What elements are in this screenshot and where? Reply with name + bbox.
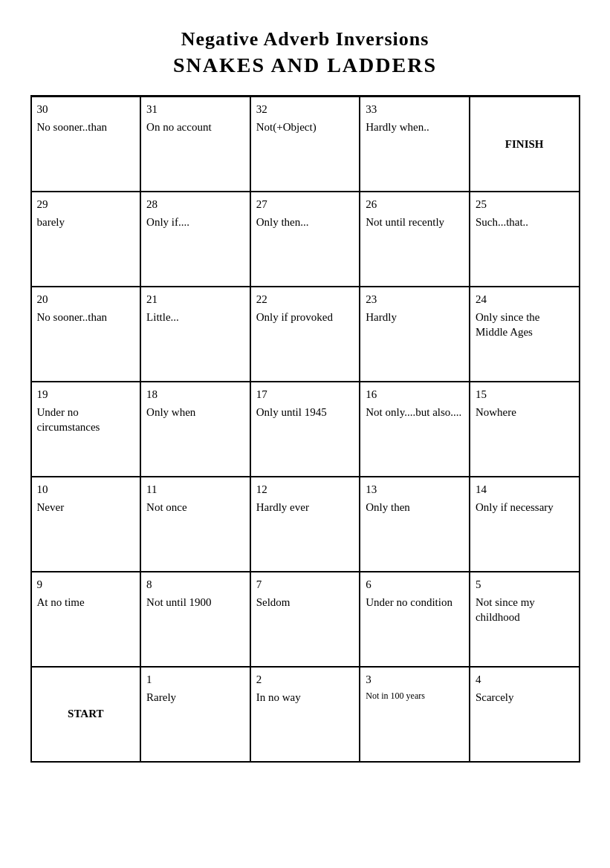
board-cell: 7Seldom (250, 572, 360, 667)
cell-label: No sooner..than (37, 120, 135, 134)
board-cell: 22Only if provoked (250, 287, 360, 382)
board-cell: 14Only if necessary (470, 477, 580, 572)
cell-label: In no way (256, 690, 354, 705)
cell-label: At no time (37, 595, 135, 610)
title-line2: SNAKES AND LADDERS (38, 53, 573, 77)
cell-label: Not until recently (366, 215, 464, 229)
cell-number: 30 (37, 102, 135, 117)
cell-number: 16 (366, 387, 464, 402)
cell-number: 27 (256, 197, 354, 212)
cell-label: Rarely (146, 690, 244, 705)
cell-number: 3 (366, 672, 464, 687)
cell-label: Hardly when.. (366, 120, 464, 134)
cell-label: On no account (146, 120, 244, 134)
cell-label: Only until 1945 (256, 405, 354, 420)
board-cell: 20No sooner..than (31, 287, 141, 382)
cell-label: Scarcely (476, 690, 574, 705)
cell-label: Such...that.. (476, 215, 574, 229)
game-board: 30No sooner..than31On no account32Not(+O… (30, 95, 580, 763)
board-cell: 10Never (31, 477, 141, 572)
cell-label: Only then (366, 500, 464, 515)
board-cell: 27Only then... (250, 192, 360, 287)
board-cell: 17Only until 1945 (250, 382, 360, 477)
cell-number: 4 (476, 672, 574, 687)
board-cell: 26Not until recently (360, 192, 470, 287)
board-cell: 24Only since the Middle Ages (470, 287, 580, 382)
cell-label: Not since my childhood (476, 595, 574, 625)
cell-number: 8 (146, 577, 244, 592)
cell-number: 26 (366, 197, 464, 212)
board-cell: FINISH (470, 97, 580, 192)
cell-number: 13 (366, 482, 464, 497)
cell-label: Only if provoked (256, 310, 354, 324)
cell-number: 12 (256, 482, 354, 497)
board-cell: 31On no account (140, 97, 250, 192)
cell-label: Not(+Object) (256, 120, 354, 134)
board-cell: 21Little... (140, 287, 250, 382)
board-cell: 9At no time (31, 572, 141, 667)
cell-label: No sooner..than (37, 310, 135, 324)
board-cell: 1Rarely (140, 667, 250, 762)
title-line1: Negative Adverb Inversions (38, 28, 573, 50)
board-cell: 5Not since my childhood (470, 572, 580, 667)
board-cell: 32Not(+Object) (250, 97, 360, 192)
cell-number: 2 (256, 672, 354, 687)
cell-label: Only when (146, 405, 244, 420)
board-cell: 25Such...that.. (470, 192, 580, 287)
cell-number: 14 (476, 482, 574, 497)
cell-number: 32 (256, 102, 354, 117)
board-cell: 4Scarcely (470, 667, 580, 762)
cell-number: 7 (256, 577, 354, 592)
cell-number: 5 (476, 577, 574, 592)
board-cell: 15Nowhere (470, 382, 580, 477)
board-cell: 13Only then (360, 477, 470, 572)
cell-label: Only since the Middle Ages (476, 310, 574, 340)
cell-label: Nowhere (476, 405, 574, 420)
cell-label: Only if necessary (476, 500, 574, 515)
board-cell: 6Under no condition (360, 572, 470, 667)
cell-label: Little... (146, 310, 244, 324)
cell-label: Under no condition (366, 595, 464, 610)
board-cell: 8Not until 1900 (140, 572, 250, 667)
cell-number: 24 (476, 292, 574, 307)
title-section: Negative Adverb Inversions SNAKES AND LA… (30, 15, 580, 95)
cell-number: 31 (146, 102, 244, 117)
cell-label: Not until 1900 (146, 595, 244, 610)
cell-number: 28 (146, 197, 244, 212)
board-cell: 16Not only....but also.... (360, 382, 470, 477)
cell-number: 23 (366, 292, 464, 307)
board-cell: 23Hardly (360, 287, 470, 382)
board-cell: 2In no way (250, 667, 360, 762)
cell-number: 20 (37, 292, 135, 307)
board-cell: 30No sooner..than (31, 97, 141, 192)
cell-number: 22 (256, 292, 354, 307)
cell-label: Hardly (366, 310, 464, 324)
cell-label: Seldom (256, 595, 354, 610)
cell-number: 17 (256, 387, 354, 402)
cell-number: 21 (146, 292, 244, 307)
board-cell: 11Not once (140, 477, 250, 572)
cell-number: 29 (37, 197, 135, 212)
board-cell: START (31, 667, 141, 762)
board-cell: 12Hardly ever (250, 477, 360, 572)
cell-number: 25 (476, 197, 574, 212)
cell-label: Not only....but also.... (366, 405, 464, 420)
board-cell: 28Only if.... (140, 192, 250, 287)
board-cell: 29barely (31, 192, 141, 287)
page: Negative Adverb Inversions SNAKES AND LA… (30, 15, 580, 763)
cell-number: 10 (37, 482, 135, 497)
cell-number: 9 (37, 577, 135, 592)
cell-number: 1 (146, 672, 244, 687)
cell-label: Only then... (256, 215, 354, 229)
board-cell: 3Not in 100 years (360, 667, 470, 762)
cell-number: 33 (366, 102, 464, 117)
cell-number: 11 (146, 482, 244, 497)
board-cell: 19Under no circumstances (31, 382, 141, 477)
cell-label: Not once (146, 500, 244, 515)
cell-label: barely (37, 215, 135, 229)
cell-label: Not in 100 years (366, 690, 464, 702)
cell-label: Under no circumstances (37, 405, 135, 435)
cell-label: Only if.... (146, 215, 244, 229)
cell-number: 6 (366, 577, 464, 592)
cell-label: Never (37, 500, 135, 515)
